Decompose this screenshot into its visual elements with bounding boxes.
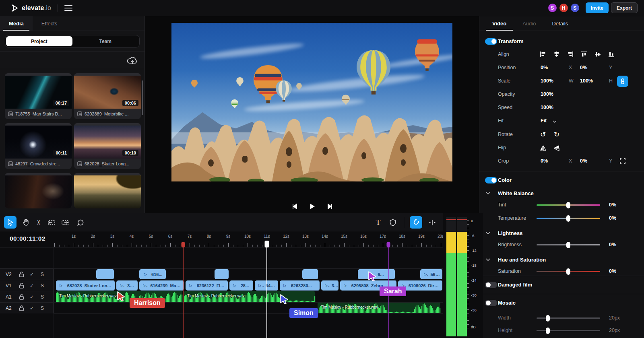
snap-magnet-button[interactable] xyxy=(410,216,422,229)
solo-button[interactable]: S xyxy=(37,283,47,289)
enable-check-icon[interactable]: ✓ xyxy=(27,294,37,300)
align-middle-v-button[interactable] xyxy=(593,49,603,59)
solo-button[interactable]: S xyxy=(37,294,47,300)
media-scrollbar[interactable] xyxy=(142,80,143,115)
transform-toggle[interactable] xyxy=(485,38,497,45)
enable-check-icon[interactable]: ✓ xyxy=(27,305,37,311)
play-button[interactable] xyxy=(308,202,317,211)
trim-end-tool-button[interactable] xyxy=(59,216,71,229)
speed-value[interactable]: 100% xyxy=(541,105,553,110)
enable-check-icon[interactable]: ✓ xyxy=(27,272,37,277)
video-clip[interactable] xyxy=(302,269,319,279)
invite-button[interactable]: Invite xyxy=(586,2,609,13)
marker-split-button[interactable] xyxy=(426,216,438,229)
avatar[interactable]: H xyxy=(559,3,569,13)
position-x-value[interactable]: 0% xyxy=(541,65,548,70)
tab-audio[interactable]: Audio xyxy=(514,16,544,31)
color-group-header[interactable]: Hue and Saturation xyxy=(479,256,644,265)
color-group-header[interactable]: White Balance xyxy=(479,189,644,199)
audio-clip[interactable]: Tim Maslov - Rubbernecker.wav xyxy=(184,291,316,302)
slider-thumb[interactable] xyxy=(566,202,570,208)
scale-w-value[interactable]: 100% xyxy=(541,78,553,84)
timeline-marker[interactable] xyxy=(387,242,390,247)
tint-slider[interactable] xyxy=(537,204,600,206)
video-clip[interactable]: ▷6236122_Fl... xyxy=(186,280,229,291)
damaged-film-toggle[interactable] xyxy=(485,282,497,288)
shield-tool-button[interactable] xyxy=(386,216,399,229)
flip-vertical-icon[interactable] xyxy=(552,143,561,153)
video-clip[interactable] xyxy=(215,269,229,279)
slider-thumb[interactable] xyxy=(566,215,570,222)
lock-icon[interactable] xyxy=(16,294,27,300)
tab-effects[interactable]: Effects xyxy=(33,16,66,31)
video-clip[interactable] xyxy=(96,269,115,279)
rotate-cw-icon[interactable]: ↻ xyxy=(552,130,561,139)
text-tool-button[interactable]: T xyxy=(372,216,384,229)
tab-media[interactable]: Media xyxy=(0,16,33,31)
solo-button[interactable]: S xyxy=(37,305,47,311)
opacity-value[interactable]: 100% xyxy=(541,91,553,97)
slider-thumb[interactable] xyxy=(566,268,570,275)
video-clip[interactable]: ▷6263280... xyxy=(280,280,320,291)
audio-clip[interactable]: Tim Maslov - Rubbernecker.wav xyxy=(318,303,441,313)
media-card[interactable]: 00:066202889_Motorbike ... xyxy=(74,73,141,119)
scale-h-value[interactable]: 100% xyxy=(580,78,593,84)
crop-x-value[interactable]: 0% xyxy=(541,158,548,164)
hamburger-menu-icon[interactable] xyxy=(64,5,72,11)
align-right-button[interactable] xyxy=(566,49,575,59)
avatar[interactable]: S xyxy=(570,3,580,13)
playhead-line[interactable] xyxy=(266,247,267,338)
slider-thumb[interactable] xyxy=(566,242,570,248)
select-tool-button[interactable] xyxy=(4,216,17,229)
align-bottom-button[interactable] xyxy=(607,49,616,59)
lock-icon[interactable] xyxy=(16,305,27,311)
timeline-ruler[interactable]: 00:00:11:02 1s2s3s4s5s6s7s8s9s10s11s12s1… xyxy=(0,231,479,247)
video-clip[interactable]: ▷3... xyxy=(321,280,339,291)
media-card[interactable] xyxy=(5,173,72,208)
segment-project[interactable]: Project xyxy=(6,36,72,46)
trim-start-tool-button[interactable] xyxy=(45,216,58,229)
video-clip[interactable]: ▷682028_Skater Lon... xyxy=(56,280,116,291)
video-clip[interactable]: ▷28... xyxy=(229,280,254,291)
tab-details[interactable]: Details xyxy=(544,16,576,31)
position-y-value[interactable]: 0% xyxy=(580,65,587,70)
upload-cloud-icon[interactable] xyxy=(127,56,138,65)
slider-value[interactable]: 0% xyxy=(609,202,616,208)
hand-tool-button[interactable] xyxy=(19,216,32,229)
slider-value[interactable]: 20px xyxy=(609,315,620,321)
media-card[interactable] xyxy=(74,173,141,208)
brightness-slider[interactable] xyxy=(537,244,600,245)
next-frame-button[interactable] xyxy=(326,202,334,211)
slider-value[interactable]: 0% xyxy=(609,268,616,274)
video-clip[interactable]: ▷6... xyxy=(358,269,396,279)
slider-thumb[interactable] xyxy=(546,315,550,322)
video-clip[interactable]: ▷6164239_Man... xyxy=(139,280,185,291)
crop-y-value[interactable]: 0% xyxy=(580,158,587,164)
segment-team[interactable]: Team xyxy=(72,36,139,46)
height-slider[interactable] xyxy=(537,330,600,331)
align-left-button[interactable] xyxy=(538,49,548,59)
fit-dropdown[interactable]: Fit xyxy=(541,118,547,124)
playhead-handle[interactable] xyxy=(265,241,269,247)
slider-value[interactable]: 0% xyxy=(609,215,616,221)
lock-icon[interactable] xyxy=(16,283,27,289)
slider-thumb[interactable] xyxy=(546,328,550,334)
mosaic-toggle[interactable] xyxy=(485,300,497,306)
media-card[interactable]: 00:17718755_Man Stairs D... xyxy=(5,73,72,119)
tab-video[interactable]: Video xyxy=(484,16,514,31)
align-top-button[interactable] xyxy=(579,49,589,59)
align-center-h-button[interactable] xyxy=(552,49,561,59)
flip-horizontal-icon[interactable] xyxy=(538,143,548,153)
slider-value[interactable]: 20px xyxy=(609,328,620,333)
saturation-slider[interactable] xyxy=(537,271,600,272)
timeline-marker[interactable] xyxy=(182,242,185,247)
previous-frame-button[interactable] xyxy=(290,202,299,211)
rotate-ccw-icon[interactable]: ↺ xyxy=(538,130,548,139)
media-card[interactable]: 00:1148297_Crowded stre... xyxy=(5,123,72,169)
video-clip[interactable]: ▷35... xyxy=(116,280,138,291)
video-clip[interactable]: ▷5687... xyxy=(420,269,443,279)
lock-icon[interactable] xyxy=(16,272,27,277)
temperature-slider[interactable] xyxy=(537,218,600,219)
export-button[interactable]: Export xyxy=(611,2,638,13)
solo-button[interactable]: S xyxy=(37,272,47,277)
